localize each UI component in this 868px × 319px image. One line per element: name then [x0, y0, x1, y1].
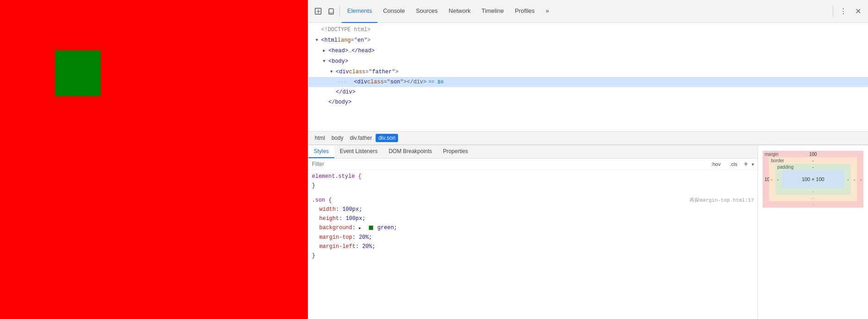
- filter-add-button[interactable]: +: [744, 160, 748, 168]
- son-tag-open: <div: [354, 77, 367, 87]
- styles-tabs: Styles Event Listeners DOM Breakpoints P…: [308, 145, 758, 159]
- breadcrumb-father[interactable]: div.father: [347, 134, 375, 142]
- filter-input[interactable]: [312, 161, 704, 167]
- son-prop-height: height: 100px;: [312, 214, 754, 223]
- bm-padding-bottom[interactable]: -: [812, 189, 813, 194]
- head-close-tag: </head>: [351, 46, 374, 55]
- son-attr-name: class: [367, 77, 384, 87]
- dom-line-html[interactable]: <html lang="en">: [308, 35, 868, 45]
- bm-margin: margin 100 100 - border - - - padding -: [763, 151, 863, 208]
- tab-more[interactable]: »: [540, 0, 554, 23]
- breadcrumb-body[interactable]: body: [329, 134, 346, 142]
- breadcrumb-html[interactable]: html: [312, 134, 328, 142]
- styles-panel: Styles Event Listeners DOM Breakpoints P…: [308, 145, 758, 319]
- tab-styles[interactable]: Styles: [308, 145, 334, 158]
- son-prop-margin-top: margin-top: 20%;: [312, 233, 754, 242]
- html-tag-open: <html: [321, 36, 338, 45]
- son-attr-value: son: [390, 77, 400, 87]
- bm-margin-bottom[interactable]: -: [812, 202, 813, 207]
- son-rule-close: }: [312, 251, 754, 260]
- breadcrumb-son[interactable]: div.son: [376, 134, 398, 142]
- son-rule-selector-line: .son { 再探margin-top.html:17: [312, 196, 754, 205]
- body-close-tag: </body>: [328, 98, 351, 107]
- bm-padding-top[interactable]: -: [812, 165, 813, 170]
- devtools-panel: Elements Console Sources Network Timelin…: [308, 0, 868, 319]
- bm-border-top[interactable]: -: [812, 158, 813, 163]
- dom-line-father-close[interactable]: </div>: [308, 87, 868, 97]
- bm-border-label: border: [771, 158, 784, 163]
- son-selector: .son {: [312, 197, 332, 204]
- bm-padding-right[interactable]: -: [847, 177, 849, 182]
- svg-point-3: [331, 13, 331, 14]
- tab-event-listeners[interactable]: Event Listeners: [334, 145, 383, 158]
- bm-border-left[interactable]: -: [771, 177, 772, 182]
- son-rule-source[interactable]: 再探margin-top.html:17: [689, 196, 754, 205]
- breadcrumb: html body div.father div.son: [308, 131, 868, 145]
- css-rules: element.style { } .son { 再探margin-top.ht…: [308, 170, 758, 319]
- triangle-head[interactable]: [323, 46, 328, 55]
- dom-tree: <!DOCTYPE html> <html lang="en"> <head>……: [308, 23, 868, 131]
- inspect-element-button[interactable]: [312, 5, 325, 18]
- tab-timeline[interactable]: Timeline: [476, 0, 509, 23]
- device-mode-button[interactable]: [325, 5, 338, 18]
- tab-elements[interactable]: Elements: [342, 0, 377, 23]
- bm-border-bottom[interactable]: -: [812, 195, 813, 200]
- triangle-father[interactable]: [330, 67, 336, 77]
- filter-bar: :hov .cls + ▾: [308, 159, 758, 170]
- tab-network[interactable]: Network: [443, 0, 476, 23]
- dom-line-son[interactable]: ··· <div class="son"></div> == $0: [308, 77, 868, 87]
- element-style-close: }: [312, 181, 754, 190]
- toolbar-separator: [339, 6, 340, 17]
- father-attr-name: class: [349, 67, 366, 77]
- toolbar-right-actions: ⋮ ✕: [831, 5, 864, 18]
- father-tag-open: <div: [336, 67, 349, 77]
- bm-padding-left[interactable]: -: [777, 177, 779, 182]
- bottom-panel: Styles Event Listeners DOM Breakpoints P…: [308, 145, 868, 319]
- tab-console[interactable]: Console: [377, 0, 410, 23]
- tab-profiles[interactable]: Profiles: [509, 0, 540, 23]
- bm-margin-label: margin: [764, 152, 779, 157]
- svg-rect-1: [329, 9, 333, 14]
- html-attr-value: en: [357, 36, 364, 45]
- color-swatch[interactable]: [369, 226, 373, 230]
- son-prop-width: width: 100px;: [312, 205, 754, 214]
- head-tag: <head>: [328, 46, 348, 55]
- body-tag: <body>: [328, 57, 348, 66]
- filter-hov-button[interactable]: :hov: [708, 160, 723, 168]
- green-box: [55, 50, 101, 96]
- bm-padding-label: padding: [777, 165, 794, 170]
- more-options-button[interactable]: ⋮: [837, 5, 850, 18]
- bm-content[interactable]: 100 × 100: [782, 170, 844, 188]
- box-model-container: margin 100 100 - border - - - padding -: [763, 151, 863, 208]
- dom-line-body[interactable]: <body>: [308, 56, 868, 66]
- triangle-html[interactable]: [316, 35, 321, 45]
- dom-line-head[interactable]: <head>…</head>: [308, 45, 868, 56]
- son-prop-margin-left: margin-left: 20%;: [312, 242, 754, 251]
- tab-dom-breakpoints[interactable]: DOM Breakpoints: [383, 145, 437, 158]
- filter-cls-button[interactable]: .cls: [727, 160, 740, 168]
- doctype-text: <!DOCTYPE html>: [321, 25, 371, 34]
- tab-properties[interactable]: Properties: [437, 145, 474, 158]
- preview-panel: [0, 0, 308, 319]
- filter-arrow-icon[interactable]: ▾: [752, 162, 754, 167]
- element-style-rule: element.style { }: [312, 172, 754, 190]
- close-devtools-button[interactable]: ✕: [852, 5, 864, 18]
- dom-line-father[interactable]: <div class="father">: [308, 66, 868, 77]
- box-model-panel: margin 100 100 - border - - - padding -: [758, 145, 868, 319]
- son-rule: .son { 再探margin-top.html:17 width: 100px…: [312, 196, 754, 260]
- bm-margin-top[interactable]: 100: [809, 152, 817, 157]
- html-attr-name: lang: [338, 36, 351, 45]
- bm-border-right[interactable]: -: [854, 177, 855, 182]
- father-close-tag: </div>: [336, 88, 355, 97]
- element-style-selector: element.style {: [312, 172, 754, 181]
- devtools-toolbar: Elements Console Sources Network Timelin…: [308, 0, 868, 23]
- bm-margin-right[interactable]: -: [860, 177, 862, 182]
- triangle-body[interactable]: [323, 56, 328, 66]
- dom-line-body-close[interactable]: </body>: [308, 97, 868, 107]
- dom-dots: ···: [338, 77, 347, 87]
- tab-sources[interactable]: Sources: [410, 0, 443, 23]
- eq-badge: == $0: [428, 77, 443, 87]
- toolbar-separator-2: [833, 6, 833, 17]
- dom-line-doctype[interactable]: <!DOCTYPE html>: [308, 25, 868, 35]
- bm-border: border - - - padding - - - 100 × 100 -: [769, 157, 857, 201]
